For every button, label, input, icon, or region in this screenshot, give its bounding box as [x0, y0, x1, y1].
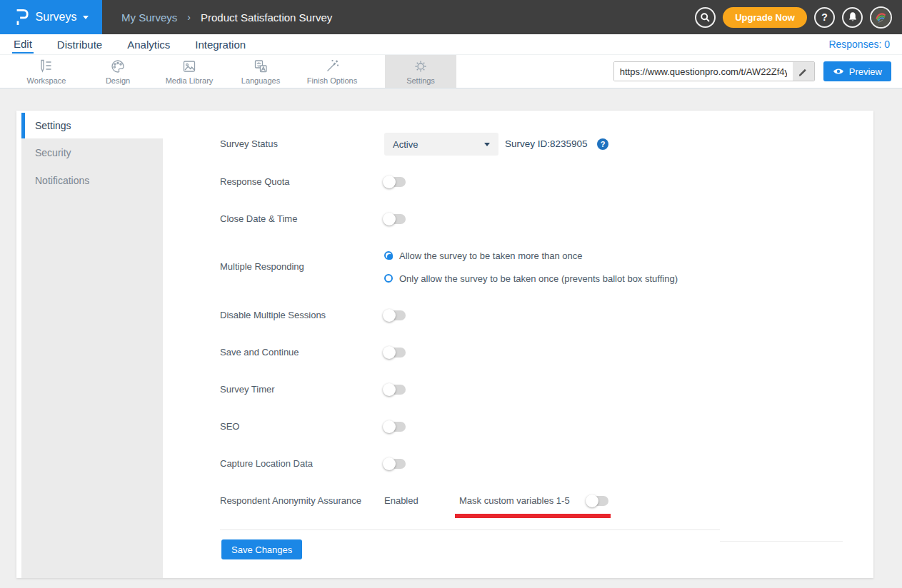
toolbar-label: Workspace — [27, 76, 66, 85]
red-annotation-underline — [455, 514, 611, 518]
chevron-down-icon — [83, 16, 89, 19]
survey-status-select[interactable]: Active — [384, 133, 498, 156]
notifications-button[interactable] — [842, 7, 863, 28]
responses-count[interactable]: Responses: 0 — [828, 39, 902, 50]
radio-option-text: Only allow the survey to be taken once (… — [399, 273, 678, 284]
questionpro-logo-icon — [14, 7, 29, 27]
toolbar-item-workspace[interactable]: Workspace — [11, 55, 82, 88]
survey-id-label: Survey ID: — [505, 133, 550, 156]
breadcrumb: My Surveys › Product Satisfaction Survey — [121, 11, 332, 24]
breadcrumb-my-surveys[interactable]: My Surveys — [121, 11, 177, 24]
radio-option-once-only[interactable]: Only allow the survey to be taken once (… — [384, 273, 678, 284]
toolbar-item-languages[interactable]: Languages — [225, 55, 296, 88]
finish-options-wand-icon — [324, 58, 341, 75]
seo-toggle[interactable] — [384, 422, 406, 432]
survey-id-help-icon[interactable]: ? — [597, 138, 608, 150]
capture-location-toggle[interactable] — [384, 459, 406, 469]
help-button[interactable]: ? — [814, 7, 835, 28]
anonymity-status: Enabled — [384, 494, 419, 508]
survey-status-label: Survey Status — [220, 133, 278, 156]
response-quota-label: Response Quota — [220, 175, 290, 189]
response-quota-toggle[interactable] — [384, 177, 406, 187]
survey-link-group: Preview — [613, 55, 891, 88]
toolbar-label: Media Library — [166, 76, 214, 85]
bell-icon — [847, 11, 858, 23]
save-and-continue-toggle[interactable] — [384, 348, 406, 358]
settings-sidebar: Settings Security Notifications — [21, 113, 163, 578]
survey-status-value: Active — [393, 139, 418, 150]
toolbar-item-design[interactable]: Design — [82, 55, 154, 88]
mask-custom-variables-label: Mask custom variables 1-5 — [459, 494, 570, 508]
radio-option-multiple-allowed[interactable]: Allow the survey to be taken more than o… — [384, 250, 583, 261]
edit-url-button[interactable] — [793, 62, 814, 81]
capture-location-row: Capture Location Data — [220, 457, 852, 471]
user-avatar[interactable] — [870, 6, 892, 29]
sidebar-item-notifications[interactable]: Notifications — [21, 166, 163, 194]
toggle-knob — [383, 346, 396, 359]
form-divider — [220, 529, 720, 530]
toolbar-item-media-library[interactable]: Media Library — [154, 55, 225, 88]
tab-integration[interactable]: Integration — [194, 36, 247, 53]
toggle-knob — [383, 383, 396, 396]
toolbar-item-finish-options[interactable]: Finish Options — [296, 55, 368, 88]
product-switcher[interactable]: Surveys — [0, 0, 102, 34]
survey-timer-label: Survey Timer — [220, 382, 275, 397]
settings-panel: Settings Security Notifications Survey S… — [16, 111, 873, 578]
toggle-knob — [383, 213, 396, 225]
radio-option-text: Allow the survey to be taken more than o… — [399, 250, 583, 261]
close-date-row: Close Date & Time — [220, 212, 852, 226]
mask-custom-variables-toggle[interactable] — [587, 496, 608, 506]
languages-icon — [252, 58, 269, 75]
sidebar-item-settings[interactable]: Settings — [21, 113, 163, 138]
tab-edit[interactable]: Edit — [12, 36, 34, 54]
top-bar: Surveys My Surveys › Product Satisfactio… — [0, 0, 902, 34]
toggle-knob — [383, 309, 396, 322]
preview-button[interactable]: Preview — [823, 61, 891, 81]
multiple-responding-row: Multiple Responding Allow the survey to … — [220, 250, 852, 287]
radio-selected-icon[interactable] — [384, 251, 393, 260]
radio-unselected-icon[interactable] — [384, 274, 393, 283]
disable-multiple-sessions-toggle[interactable] — [384, 310, 406, 320]
sidebar-item-security[interactable]: Security — [21, 138, 163, 166]
toolbar-label: Finish Options — [307, 76, 357, 85]
upgrade-now-button[interactable]: Upgrade Now — [723, 7, 807, 28]
survey-status-row: Survey Status Active Survey ID: 8235905 … — [220, 133, 852, 156]
close-date-toggle[interactable] — [384, 214, 406, 224]
edit-toolbar: Workspace Design Media Library Languages — [0, 54, 902, 88]
save-and-continue-label: Save and Continue — [220, 345, 299, 360]
design-palette-icon — [109, 58, 126, 75]
breadcrumb-separator: › — [187, 11, 191, 23]
survey-url-input[interactable] — [614, 62, 793, 81]
tab-analytics[interactable]: Analytics — [126, 36, 171, 53]
toggle-knob — [383, 420, 396, 433]
capture-location-label: Capture Location Data — [220, 457, 313, 471]
toggle-knob — [383, 176, 396, 188]
settings-gear-icon — [412, 58, 429, 75]
toggle-knob — [383, 457, 396, 470]
save-changes-button[interactable]: Save Changes — [221, 539, 302, 559]
tab-distribute[interactable]: Distribute — [56, 36, 104, 53]
survey-url-box — [613, 61, 815, 81]
survey-timer-toggle[interactable] — [384, 385, 406, 395]
form-divider-right — [720, 541, 843, 542]
eye-icon — [833, 67, 844, 76]
close-date-label: Close Date & Time — [220, 212, 297, 226]
toolbar-item-settings[interactable]: Settings — [385, 55, 456, 88]
response-quota-row: Response Quota — [220, 175, 852, 189]
disable-multiple-sessions-label: Disable Multiple Sessions — [220, 308, 326, 323]
search-button[interactable] — [695, 7, 716, 28]
avatar-image — [871, 8, 891, 27]
workspace-icon — [38, 58, 55, 75]
seo-label: SEO — [220, 420, 239, 434]
search-icon — [699, 11, 711, 24]
seo-row: SEO — [220, 420, 852, 434]
toolbar-label: Settings — [406, 76, 435, 85]
preview-label: Preview — [849, 66, 882, 77]
chevron-down-icon — [484, 143, 490, 146]
anonymity-row: Respondent Anonymity Assurance Enabled M… — [220, 494, 852, 508]
media-library-icon — [181, 58, 198, 75]
toolbar-label: Design — [106, 76, 130, 85]
toolbar-label: Languages — [241, 76, 280, 85]
question-mark-icon: ? — [821, 11, 828, 23]
disable-multiple-sessions-row: Disable Multiple Sessions — [220, 308, 852, 323]
